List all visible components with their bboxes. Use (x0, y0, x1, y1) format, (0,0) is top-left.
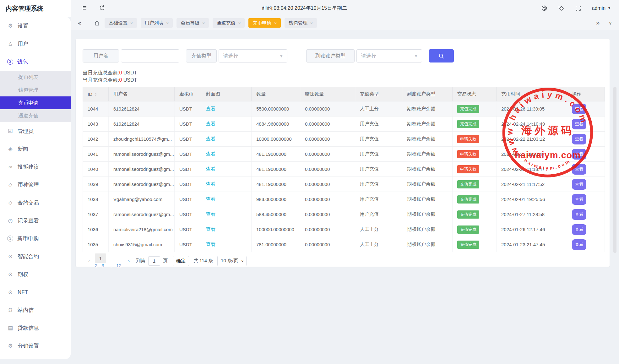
tabs-scroll-left-icon[interactable]: « (78, 16, 81, 30)
tabs-scroll-right-icon[interactable]: » (596, 16, 600, 30)
tab-close-icon[interactable]: × (166, 21, 169, 25)
cover-view-link[interactable]: 查看 (206, 106, 215, 111)
tab[interactable]: 钱包管理 × (285, 18, 317, 28)
user-menu[interactable]: admin ▼ (592, 5, 611, 11)
row-view-button[interactable]: 查看 (572, 134, 586, 144)
sort-icon[interactable]: ▲▼ (95, 93, 97, 96)
cover-view-link[interactable]: 查看 (206, 166, 215, 171)
select-caret-icon: ∨ (241, 259, 244, 263)
fullscreen-icon[interactable] (575, 5, 581, 11)
column-header: 充币时间 (497, 87, 567, 101)
tab-close-icon[interactable]: × (130, 21, 133, 25)
sidebar-item[interactable]: ◇ 币种管理 (0, 176, 71, 194)
row-view-button[interactable]: 查看 (572, 194, 586, 205)
doc-icon: ▤ (7, 325, 14, 331)
sidebar-subitem[interactable]: 充币申请 (0, 96, 71, 109)
row-view-button[interactable]: 查看 (572, 149, 586, 160)
cell-amount: 481.19000000 (252, 177, 300, 192)
cell-account-type: 期权账户余额 (402, 147, 453, 162)
monthly-total: 当月充值总金额:0 USDT (83, 76, 137, 84)
scrollbar-thumb[interactable] (613, 87, 616, 253)
tab-close-icon[interactable]: × (310, 21, 313, 25)
sidebar-item[interactable]: ♙ 用户 (0, 35, 71, 53)
cell-id: 1039 (83, 177, 109, 192)
confirm-button[interactable]: 确定 (173, 256, 189, 266)
sidebar-subitem[interactable]: 钱包管理 (0, 84, 71, 96)
theme-palette-icon[interactable] (541, 5, 547, 11)
page-size-select[interactable]: 10 条/页 ∨ (217, 256, 247, 266)
sidebar-item[interactable]: $ 钱包 (0, 53, 71, 71)
username-filter-input[interactable] (121, 49, 179, 62)
app-logo: 内容管理系统 (0, 0, 71, 17)
cover-view-link[interactable]: 查看 (206, 121, 215, 126)
tab[interactable]: 充币申请 × (248, 18, 281, 28)
column-header: 充值类型 (355, 87, 402, 101)
tab[interactable]: 用户列表 × (141, 18, 173, 28)
cover-view-link[interactable]: 查看 (206, 196, 215, 202)
sidebar-item[interactable]: ◇ 合约交易 (0, 194, 71, 212)
topbar: 纽约:03:04:20 2024年10月15日星期二 admin ▼ (71, 0, 619, 16)
cover-view-link[interactable]: 查看 (206, 181, 215, 187)
row-view-button[interactable]: 查看 (572, 104, 586, 114)
cell-account-type: 期权账户余额 (402, 237, 453, 252)
row-view-button[interactable]: 查看 (572, 119, 586, 129)
cell-id: 1043 (83, 117, 109, 132)
pagination-page[interactable]: 3 (101, 263, 104, 268)
tab-label: 会员等级 (181, 20, 199, 26)
home-icon[interactable] (94, 20, 100, 26)
sidebar-item[interactable]: ⊙ NFT (0, 283, 71, 301)
tabs-menu-icon[interactable]: ∨ (609, 16, 612, 30)
row-view-button[interactable]: 查看 (572, 164, 586, 175)
jump-page-input[interactable] (148, 256, 160, 266)
sidebar-item[interactable]: ∞ 投拆建议 (0, 158, 71, 176)
sidebar-item[interactable]: Ω 站内信 (0, 301, 71, 319)
sidebar-item[interactable]: ⚙ 分销设置 (0, 337, 71, 355)
account-type-filter-label: 到账账户类型 (306, 49, 355, 62)
pagination-page[interactable]: 2 (95, 263, 97, 268)
cell-amount: 481.19000000 (252, 162, 300, 177)
pagination-page[interactable]: 1 (95, 253, 106, 263)
cover-view-link[interactable]: 查看 (206, 151, 215, 156)
sidebar-subitem[interactable]: 通道充值 (0, 109, 71, 122)
cell-recharge-type: 用户充值 (355, 117, 402, 132)
pagination-prev-icon[interactable]: ‹ (88, 258, 90, 263)
tab[interactable]: 通道充值 × (213, 18, 245, 28)
recharge-type-select[interactable]: 请选择 ▼ (219, 49, 287, 62)
sidebar-item[interactable]: ◈ 新闻 (0, 140, 71, 158)
cover-view-link[interactable]: 查看 (206, 136, 215, 141)
sidebar-subitem[interactable]: 提币列表 (0, 71, 71, 84)
account-type-select[interactable]: 请选择 ▼ (356, 49, 422, 62)
pagination-next-icon[interactable]: › (128, 258, 130, 263)
sidebar-item[interactable]: $ 新币申购 (0, 230, 71, 247)
tab-close-icon[interactable]: × (274, 21, 277, 25)
tab[interactable]: 基础设置 × (105, 18, 137, 28)
cell-username: zhouxingchi1310574@gm... (109, 132, 175, 147)
main-content: 用户名 充值类型 请选择 ▼ 到账账户类型 请选择 ▼ 当日充值总金额:0 US… (71, 30, 619, 364)
pagination-page[interactable]: 12 (116, 263, 122, 268)
row-view-button[interactable]: 查看 (572, 209, 586, 220)
column-header: 数量 (252, 87, 300, 101)
cover-view-link[interactable]: 查看 (206, 242, 215, 247)
cell-coin: USDT (175, 237, 201, 252)
cell-amount: 5500.00000000 (252, 101, 300, 117)
row-view-button[interactable]: 查看 (572, 179, 586, 190)
tab-close-icon[interactable]: × (202, 21, 205, 25)
sidebar-item[interactable]: ☑ 管理员 (0, 122, 71, 140)
status-badge: 充值完成 (457, 195, 479, 204)
cover-view-link[interactable]: 查看 (206, 226, 215, 232)
cover-view-link[interactable]: 查看 (206, 211, 215, 217)
sidebar-item[interactable]: ▤ 贷款信息 (0, 319, 71, 337)
row-view-button[interactable]: 查看 (572, 224, 586, 235)
sidebar-item[interactable]: ⊙ 智能合约 (0, 247, 71, 265)
sidebar-item[interactable]: ⊙ 期权 (0, 265, 71, 283)
column-header[interactable]: ID▲▼ (83, 87, 109, 101)
sidebar-item[interactable]: ◷ 记录查看 (0, 212, 71, 230)
row-view-button[interactable]: 查看 (572, 239, 586, 250)
sidebar-item[interactable]: ⚙ 设置 (0, 17, 71, 35)
cell-username: ramoneliseorodriguez@gm... (109, 147, 175, 162)
search-button[interactable] (429, 49, 454, 62)
tab[interactable]: 会员等级 × (176, 18, 209, 28)
tab-close-icon[interactable]: × (238, 21, 241, 25)
tag-icon[interactable] (558, 5, 564, 11)
tab-label: 通道充值 (217, 20, 236, 26)
